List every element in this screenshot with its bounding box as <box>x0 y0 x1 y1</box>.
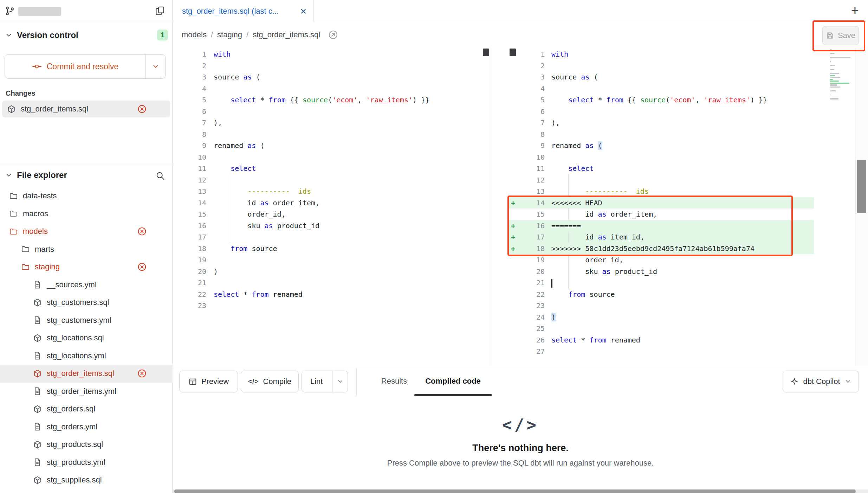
file-explorer-item[interactable]: marts <box>0 241 173 258</box>
code-line[interactable]: 4 <box>173 83 482 95</box>
code-line[interactable]: 3source as ( <box>509 71 814 83</box>
code-line[interactable]: 2 <box>509 60 814 72</box>
code-line[interactable]: 10 <box>173 152 482 163</box>
code-line[interactable]: 11 select <box>173 163 482 174</box>
minimap[interactable] <box>830 49 852 102</box>
code-line[interactable]: 12 <box>173 174 482 186</box>
code-line[interactable]: 5 select * from {{ source('ecom', 'raw_i… <box>509 94 814 106</box>
code-line[interactable]: 12 <box>509 174 814 186</box>
code-line[interactable]: 22 from source <box>509 289 814 300</box>
code-line[interactable]: +17 id as item_id, <box>509 231 814 243</box>
x-circle-icon[interactable] <box>137 369 147 378</box>
code-line[interactable]: 10 <box>509 152 814 163</box>
code-line[interactable]: 9renamed as ( <box>509 140 814 152</box>
code-line[interactable]: 6 <box>509 106 814 117</box>
dbt-copilot-button[interactable]: dbt Copilot <box>783 371 859 392</box>
code-line[interactable]: +16======= <box>509 220 814 232</box>
code-line[interactable]: 13 ---------- ids <box>173 186 482 197</box>
code-line[interactable]: 23 <box>509 300 814 312</box>
code-line[interactable]: 3source as ( <box>173 71 482 83</box>
search-icon[interactable] <box>155 171 165 181</box>
code-line[interactable]: 20) <box>173 266 482 277</box>
file-explorer-item[interactable]: staging <box>0 258 173 276</box>
code-line[interactable]: 17 <box>173 231 482 243</box>
code-line[interactable]: +14<<<<<<< HEAD <box>509 197 814 209</box>
lint-button[interactable]: Lint <box>302 371 348 392</box>
file-explorer-item[interactable]: stg_supplies.sql <box>0 471 173 489</box>
code-line[interactable]: 6 <box>173 106 482 117</box>
file-explorer-item[interactable]: stg_products.yml <box>0 454 173 472</box>
code-line[interactable]: 21 <box>509 277 814 289</box>
close-icon[interactable]: × <box>300 6 306 17</box>
tab-results[interactable]: Results <box>374 377 414 386</box>
code-line[interactable]: 21 <box>173 277 482 289</box>
right-pane-scroll-thumb[interactable] <box>510 49 516 56</box>
version-control-header[interactable]: Version control <box>5 30 78 40</box>
code-line[interactable]: 1with <box>173 49 482 60</box>
code-line[interactable]: 14 id as order_item, <box>173 197 482 209</box>
file-explorer-item[interactable]: stg_customers.sql <box>0 294 173 312</box>
file-explorer-item[interactable]: stg_locations.yml <box>0 347 173 365</box>
tab-stg-order-items[interactable]: stg_order_items.sql (last c... × <box>173 0 314 22</box>
code-line[interactable]: 23 <box>173 300 482 312</box>
code-line[interactable]: 9renamed as ( <box>173 140 482 152</box>
code-line[interactable]: 22select * from renamed <box>173 289 482 300</box>
code-line[interactable]: 7), <box>173 117 482 129</box>
code-line[interactable]: 2 <box>173 60 482 72</box>
code-line[interactable]: 8 <box>173 129 482 140</box>
code-line[interactable]: 8 <box>509 129 814 140</box>
code-line[interactable]: 18 from source <box>173 243 482 255</box>
code-line[interactable]: 24) <box>509 312 814 323</box>
vertical-scroll-thumb[interactable] <box>857 160 866 213</box>
left-pane-scroll-thumb[interactable] <box>483 49 489 56</box>
file-explorer-item[interactable]: models <box>0 223 173 241</box>
code-line[interactable]: 4 <box>509 83 814 95</box>
code-line[interactable]: 7), <box>509 117 814 129</box>
x-circle-icon[interactable] <box>137 104 147 114</box>
horizontal-scrollbar[interactable] <box>173 489 868 493</box>
code-line[interactable]: 27 <box>509 346 814 357</box>
horizontal-scroll-thumb[interactable] <box>174 489 856 493</box>
preview-button[interactable]: Preview <box>179 371 238 392</box>
save-button[interactable]: Save <box>822 26 859 45</box>
file-explorer-item[interactable]: stg_orders.sql <box>0 400 173 418</box>
breadcrumb-action-icon[interactable] <box>328 30 338 40</box>
file-explorer-item[interactable]: __sources.yml <box>0 276 173 294</box>
vertical-scrollbar[interactable] <box>855 47 868 366</box>
code-line[interactable]: +18>>>>>>> 58c1dd23d5eebd9cd2495fa7124ab… <box>509 243 814 255</box>
commit-options-dropdown[interactable] <box>145 55 166 78</box>
code-line[interactable]: 25 <box>509 323 814 334</box>
x-circle-icon[interactable] <box>137 262 147 272</box>
lint-options-dropdown[interactable] <box>332 371 348 392</box>
file-explorer-item[interactable]: stg_locations.sql <box>0 329 173 347</box>
breadcrumb-file[interactable]: stg_order_items.sql <box>253 30 320 39</box>
commit-and-resolve-button[interactable]: Commit and resolve <box>5 54 166 79</box>
breadcrumb-models[interactable]: models <box>182 30 207 39</box>
file-explorer-item[interactable]: macros <box>0 205 173 223</box>
x-circle-icon[interactable] <box>137 226 147 236</box>
code-line[interactable]: 20 sku as product_id <box>509 266 814 277</box>
tab-compiled-code[interactable]: Compiled code <box>418 377 488 386</box>
file-explorer-header[interactable]: File explorer <box>5 170 67 180</box>
file-explorer-item[interactable]: data-tests <box>0 187 173 205</box>
code-line[interactable]: 1with <box>509 49 814 60</box>
breadcrumb-staging[interactable]: staging <box>217 30 242 39</box>
file-explorer-item[interactable]: stg_order_items.sql <box>0 365 173 383</box>
code-line[interactable]: 15 id as order_item, <box>509 209 814 220</box>
code-line[interactable]: 13 ---------- ids <box>509 186 814 197</box>
file-explorer-item[interactable]: stg_orders.yml <box>0 418 173 436</box>
code-line[interactable]: 15 order_id, <box>173 209 482 220</box>
copy-icon[interactable] <box>155 6 165 16</box>
file-explorer-item[interactable]: stg_customers.yml <box>0 312 173 329</box>
file-explorer-item[interactable]: stg_order_items.yml <box>0 383 173 401</box>
code-line[interactable]: 16 sku as product_id <box>173 220 482 232</box>
code-line[interactable]: 11 select <box>509 163 814 174</box>
changed-file-row[interactable]: stg_order_items.sql <box>2 101 170 117</box>
code-line[interactable]: 26select * from renamed <box>509 334 814 346</box>
code-line[interactable]: 5 select * from {{ source('ecom', 'raw_i… <box>173 94 482 106</box>
code-line[interactable]: 19 <box>173 254 482 266</box>
compile-button[interactable]: </> Compile <box>241 371 299 392</box>
file-explorer-item[interactable]: stg_products.sql <box>0 436 173 454</box>
new-tab-button[interactable]: + <box>851 3 859 18</box>
code-line[interactable]: 19 order_id, <box>509 254 814 266</box>
